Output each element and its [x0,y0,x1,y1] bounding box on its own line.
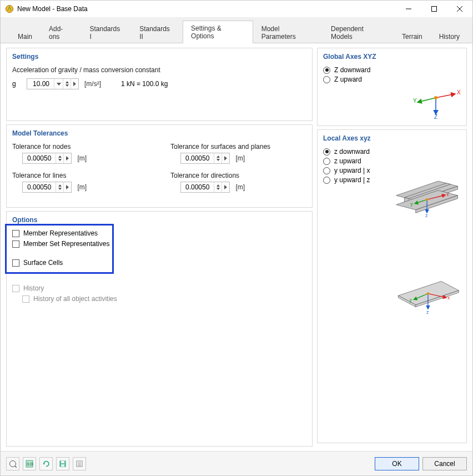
local-axes-plane-preview: x y z [323,272,461,322]
tol-surfaces-value: 0.00050 [181,154,214,162]
radio-local-z-upward[interactable]: z upward [323,157,461,165]
g-label: g [12,80,23,88]
tolerances-title: Model Tolerances [12,129,306,137]
checkbox-history-all: History of all object activities [22,295,306,303]
tol-nodes-unit: [m] [77,154,87,162]
checkbox-surface-cells[interactable]: Surface Cells [12,259,306,267]
svg-rect-42 [61,464,64,467]
footer-tool-save[interactable] [56,457,69,470]
radio-z-upward[interactable]: Z upward [323,76,461,83]
app-icon [5,4,14,13]
checkbox-icon [22,295,29,303]
tol-directions-spinner[interactable]: 0.00050 [180,182,230,193]
tol-directions-label: Tolerance for directions [170,172,306,179]
svg-point-34 [427,292,430,295]
svg-text:Z: Z [434,114,437,119]
tab-standards-1[interactable]: Standards I [81,21,131,43]
footer-tool-list[interactable] [73,457,86,470]
svg-text:0.00: 0.00 [27,462,33,466]
tab-dependent-models[interactable]: Dependent Models [323,21,394,43]
tol-surfaces-unit: [m] [235,154,245,162]
arrow-right-icon [63,182,71,192]
radio-icon [323,76,330,83]
spinner-updown-icon [63,79,71,89]
global-axes-title: Global Axes XYZ [323,53,461,61]
ok-button[interactable]: OK [375,457,419,470]
svg-text:X: X [457,89,461,96]
footer-tool-precision[interactable]: 0.00 [23,457,36,470]
g-value-spinner[interactable]: 10.00 [27,78,79,89]
tab-model-parameters[interactable]: Model Parameters [253,21,323,43]
checkbox-icon [12,240,19,248]
radio-label: Z downward [334,66,370,74]
tol-directions-value: 0.00050 [181,183,214,191]
tol-lines-spinner[interactable]: 0.00050 [22,182,72,193]
settings-panel: Settings Acceleration of gravity / mass … [6,48,313,121]
tol-surfaces-label: Tolerance for surfaces and planes [170,143,306,151]
checkbox-member-reps[interactable]: Member Representatives [12,229,306,237]
svg-line-36 [15,466,17,468]
radio-icon [323,67,330,74]
checkbox-label: Member Set Representatives [23,240,109,248]
svg-rect-2 [432,7,437,12]
checkbox-label: Surface Cells [23,259,63,267]
tab-settings-options[interactable]: Settings & Options [183,21,253,43]
tab-main[interactable]: Main [9,29,41,43]
tab-history[interactable]: History [431,29,468,43]
local-axes-title: Local Axes xyz [323,134,461,142]
tab-standards-2[interactable]: Standards II [131,21,183,43]
tol-lines-label: Tolerance for lines [12,172,148,179]
maximize-button[interactable] [421,1,447,17]
cancel-button-label: Cancel [434,460,455,468]
radio-icon [323,148,330,156]
checkbox-member-set-reps[interactable]: Member Set Representatives [12,240,306,248]
spinner-updown-icon [214,153,222,163]
conversion-text: 1 kN = 100.0 kg [121,80,168,88]
arrow-right-icon [222,153,229,163]
arrow-right-icon [222,182,229,192]
local-axes-panel: Local Axes xyz z downward z upward y upw… [317,129,467,443]
checkbox-label: History of all object activities [33,295,117,303]
arrow-right-icon [71,79,78,89]
svg-point-35 [10,460,16,467]
tol-lines-value: 0.00050 [23,183,56,191]
tol-nodes-value: 0.00050 [23,154,56,162]
svg-point-11 [434,96,437,99]
tol-surfaces-spinner[interactable]: 0.00050 [180,153,230,164]
window-title: New Model - Base Data [17,5,88,13]
local-axes-beam-preview: x y z [323,170,461,220]
checkbox-icon [12,230,19,237]
accel-label: Acceleration of gravity / mass conversio… [12,66,306,74]
tolerances-panel: Model Tolerances Tolerance for nodes 0.0… [6,124,313,208]
svg-rect-41 [61,461,64,463]
global-axes-preview: X Y Z [323,86,461,119]
close-button[interactable] [447,1,472,17]
checkbox-label: Member Representatives [23,229,98,237]
tol-nodes-label: Tolerance for nodes [12,143,148,151]
radio-z-downward[interactable]: Z downward [323,66,461,74]
footer-tool-refresh[interactable] [39,457,53,470]
radio-label: z downward [334,148,370,156]
minimize-button[interactable] [396,1,421,17]
checkbox-history[interactable]: History [12,284,306,292]
tabstrip: Main Add-ons Standards I Standards II Se… [1,17,472,43]
svg-line-5 [436,94,455,98]
arrow-right-icon [63,153,71,163]
footer: 0.00 OK Cancel [1,451,472,475]
settings-title: Settings [12,53,306,61]
tab-terrain[interactable]: Terrain [394,29,431,43]
chevron-down-icon [54,79,63,89]
footer-tool-help[interactable] [6,457,19,470]
g-value: 10.00 [27,80,54,88]
svg-text:z: z [425,213,427,218]
tol-nodes-spinner[interactable]: 0.00050 [22,153,72,164]
cancel-button[interactable]: Cancel [422,457,467,470]
spinner-updown-icon [56,182,63,192]
tab-addons[interactable]: Add-ons [41,21,81,43]
svg-point-24 [426,198,429,201]
g-unit: [m/s²] [84,80,101,88]
checkbox-icon [12,259,19,267]
radio-icon [323,158,330,165]
ok-button-label: OK [392,460,401,468]
radio-local-z-downward[interactable]: z downward [323,148,461,156]
